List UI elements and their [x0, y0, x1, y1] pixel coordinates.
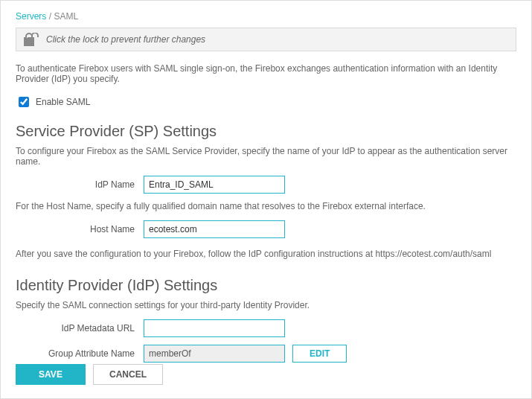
lock-bar: Click the lock to prevent further change… [16, 28, 516, 51]
intro-text: To authenticate Firebox users with SAML … [16, 63, 516, 84]
host-name-input[interactable] [144, 220, 285, 238]
breadcrumb-sep: / [49, 11, 51, 22]
breadcrumb-parent-link[interactable]: Servers [16, 11, 46, 22]
sp-after-note: After you save the configuration to your… [16, 249, 516, 259]
host-name-row: Host Name [16, 220, 516, 238]
group-attr-label: Group Attribute Name [16, 348, 144, 359]
svg-rect-0 [25, 38, 33, 45]
enable-saml-row: Enable SAML [16, 95, 516, 109]
sp-desc: To configure your Firebox as the SAML Se… [16, 146, 516, 167]
host-desc: For the Host Name, specify a fully quali… [16, 201, 516, 211]
idp-meta-row: IdP Metadata URL [16, 319, 516, 337]
idp-heading: Identity Provider (IdP) Settings [16, 277, 516, 294]
lock-open-icon[interactable] [24, 33, 40, 46]
enable-saml-checkbox[interactable] [19, 97, 29, 107]
enable-saml-label: Enable SAML [36, 97, 90, 107]
button-bar: SAVE CANCEL [16, 364, 163, 385]
page-container: Servers / SAML Click the lock to prevent… [0, 0, 532, 399]
lock-bar-message: Click the lock to prevent further change… [46, 34, 205, 45]
cancel-button[interactable]: CANCEL [93, 364, 163, 385]
save-button[interactable]: SAVE [16, 364, 86, 385]
idp-name-label: IdP Name [16, 179, 144, 190]
idp-name-row: IdP Name [16, 176, 516, 194]
idp-meta-input[interactable] [144, 319, 285, 337]
group-attr-row: Group Attribute Name EDIT [16, 345, 516, 363]
idp-meta-label: IdP Metadata URL [16, 323, 144, 333]
breadcrumb-current: SAML [54, 11, 78, 22]
idp-desc: Specify the SAML connection settings for… [16, 300, 516, 310]
idp-name-input[interactable] [144, 176, 285, 194]
edit-button[interactable]: EDIT [292, 345, 347, 363]
host-name-label: Host Name [16, 224, 144, 234]
breadcrumb: Servers / SAML [16, 11, 516, 22]
sp-heading: Service Provider (SP) Settings [16, 123, 516, 140]
group-attr-input [144, 345, 285, 363]
